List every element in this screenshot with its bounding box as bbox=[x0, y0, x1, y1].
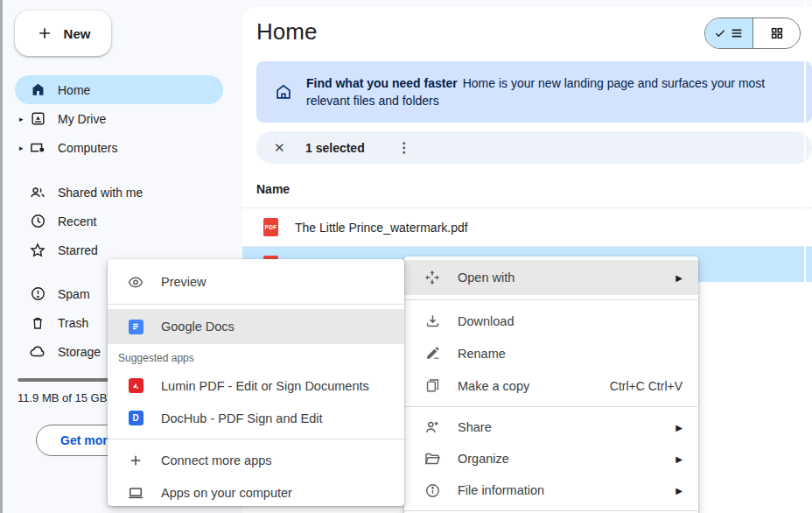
recent-clock-icon bbox=[29, 213, 46, 230]
menu-item-open-with[interactable]: Open with ▶ bbox=[404, 260, 698, 295]
shared-with-me-icon bbox=[29, 184, 46, 201]
sidebar-item-my-drive[interactable]: ▸ My Drive bbox=[15, 104, 223, 133]
menu-item-rename[interactable]: Rename bbox=[404, 337, 698, 369]
new-button[interactable]: New bbox=[15, 11, 111, 56]
suggested-apps-label: Suggested apps bbox=[108, 344, 404, 369]
menu-divider bbox=[108, 304, 404, 305]
menu-divider bbox=[108, 439, 404, 439]
list-view-icon bbox=[730, 26, 744, 40]
home-banner-icon bbox=[274, 82, 293, 102]
menu-item-label: Organize bbox=[458, 452, 509, 466]
submenu-arrow-icon: ▶ bbox=[676, 273, 682, 283]
menu-item-preview[interactable]: Preview bbox=[108, 264, 404, 299]
menu-item-label: Make a copy bbox=[458, 379, 529, 393]
expander-icon[interactable]: ▸ bbox=[15, 144, 29, 152]
menu-item-label: Download bbox=[458, 314, 514, 328]
banner-text: Find what you need fasterHome is your ne… bbox=[306, 74, 807, 109]
menu-item-label: Apps on your computer bbox=[161, 486, 292, 500]
sidebar-item-label: Computers bbox=[58, 141, 117, 155]
menu-item-label: Open with bbox=[458, 271, 514, 285]
menu-item-dochub[interactable]: D DocHub - PDF Sign and Edit bbox=[108, 402, 404, 434]
view-toggle bbox=[704, 18, 801, 49]
open-with-icon bbox=[424, 269, 441, 286]
sidebar-item-label: Trash bbox=[58, 316, 88, 330]
file-context-menu: Open with ▶ Download Rename Make a copy … bbox=[404, 256, 698, 513]
menu-item-share[interactable]: Share ▶ bbox=[404, 411, 698, 443]
banner-bold-text: Find what you need faster bbox=[306, 76, 458, 90]
my-drive-icon bbox=[29, 110, 46, 128]
sidebar-item-label: Home bbox=[58, 83, 90, 97]
menu-item-label: Lumin PDF - Edit or Sign Documents bbox=[161, 379, 369, 393]
menu-item-organize[interactable]: Organize ▶ bbox=[404, 443, 698, 474]
lumin-pdf-icon bbox=[127, 377, 144, 395]
menu-item-connect-more-apps[interactable]: Connect more apps bbox=[108, 444, 404, 476]
menu-divider bbox=[404, 299, 698, 300]
file-name: The Little Prince_watermark.pdf bbox=[295, 221, 468, 235]
spam-icon bbox=[29, 285, 46, 303]
trash-icon bbox=[29, 314, 46, 332]
sidebar-item-computers[interactable]: ▸ Computers bbox=[15, 133, 223, 162]
menu-item-apps-on-computer[interactable]: Apps on your computer bbox=[108, 476, 404, 509]
menu-item-make-a-copy[interactable]: Make a copy Ctrl+C Ctrl+V bbox=[404, 369, 698, 402]
google-docs-icon bbox=[127, 318, 144, 335]
plus-icon bbox=[127, 452, 144, 469]
submenu-arrow-icon: ▶ bbox=[676, 423, 682, 432]
selected-count: 1 selected bbox=[305, 141, 365, 155]
grid-view-icon bbox=[770, 26, 784, 40]
window-right-edge-line bbox=[804, 0, 806, 513]
menu-item-file-information[interactable]: File information ▶ bbox=[404, 474, 698, 506]
computers-icon bbox=[29, 139, 46, 157]
expander-icon[interactable]: ▸ bbox=[15, 115, 29, 123]
menu-item-label: Rename bbox=[458, 347, 506, 361]
menu-item-label: Preview bbox=[161, 275, 206, 289]
sidebar-item-label: Recent bbox=[58, 214, 96, 228]
check-icon bbox=[714, 27, 726, 39]
sidebar-item-recent[interactable]: Recent bbox=[15, 207, 223, 235]
organize-icon bbox=[424, 450, 441, 467]
menu-divider bbox=[404, 510, 698, 511]
list-view-button[interactable] bbox=[705, 18, 753, 48]
share-icon bbox=[424, 418, 441, 436]
menu-item-label: DocHub - PDF Sign and Edit bbox=[161, 411, 323, 425]
sidebar-item-label: Storage bbox=[58, 345, 101, 359]
info-icon bbox=[424, 481, 441, 499]
home-info-banner: Find what you need fasterHome is your ne… bbox=[256, 61, 812, 123]
open-with-submenu: Preview Google Docs Suggested apps Lumin… bbox=[108, 259, 404, 506]
menu-item-label: File information bbox=[458, 483, 544, 497]
submenu-arrow-icon: ▶ bbox=[676, 486, 682, 495]
more-actions-icon[interactable]: ⋮ bbox=[397, 139, 411, 156]
grid-view-button[interactable] bbox=[753, 18, 800, 48]
name-column-header[interactable]: Name bbox=[256, 182, 290, 196]
pdf-file-icon: PDF bbox=[263, 218, 278, 236]
download-icon bbox=[424, 313, 441, 330]
preview-eye-icon bbox=[127, 273, 144, 291]
page-title: Home bbox=[256, 18, 317, 46]
submenu-arrow-icon: ▶ bbox=[676, 454, 682, 464]
cloud-icon bbox=[29, 343, 46, 361]
menu-item-label: Connect more apps bbox=[161, 453, 272, 467]
star-icon bbox=[29, 242, 46, 259]
menu-item-download[interactable]: Download bbox=[404, 305, 698, 337]
menu-divider bbox=[404, 406, 698, 407]
sidebar-item-shared-with-me[interactable]: Shared with me bbox=[15, 178, 223, 207]
sidebar-item-label: Starred bbox=[58, 243, 98, 257]
sidebar-item-label: Shared with me bbox=[58, 186, 143, 200]
close-icon[interactable]: ✕ bbox=[274, 141, 288, 155]
sidebar-item-home[interactable]: Home bbox=[15, 75, 223, 104]
keyboard-shortcut: Ctrl+C Ctrl+V bbox=[610, 379, 682, 393]
new-button-label: New bbox=[64, 26, 91, 41]
menu-item-lumin-pdf[interactable]: Lumin PDF - Edit or Sign Documents bbox=[108, 369, 404, 402]
selection-toolbar: ✕ 1 selected ⋮ bbox=[256, 131, 812, 164]
plus-icon bbox=[36, 25, 53, 42]
sidebar-item-label: My Drive bbox=[58, 112, 106, 126]
copy-icon bbox=[424, 377, 441, 395]
sidebar-item-label: Spam bbox=[58, 287, 90, 301]
menu-item-google-docs[interactable]: Google Docs bbox=[108, 309, 404, 344]
dochub-icon: D bbox=[127, 410, 144, 427]
file-row[interactable]: PDF The Little Prince_watermark.pdf bbox=[242, 207, 812, 246]
menu-item-label: Google Docs bbox=[161, 320, 234, 334]
laptop-icon bbox=[127, 484, 144, 502]
menu-item-label: Share bbox=[458, 420, 492, 434]
home-icon bbox=[29, 81, 46, 99]
rename-icon bbox=[424, 345, 441, 362]
